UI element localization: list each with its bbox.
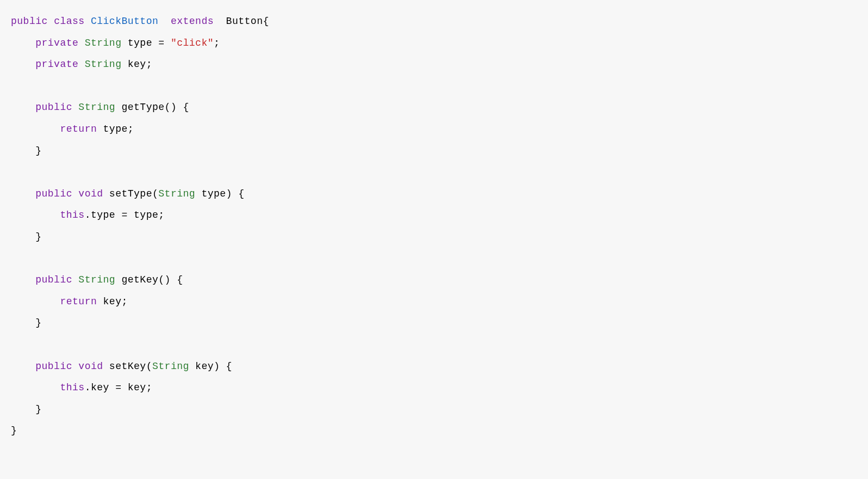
- code-token-keyword: return: [60, 296, 97, 307]
- code-token-keyword: public: [35, 274, 72, 285]
- code-token-keyword: this: [60, 210, 84, 220]
- code-token-type: String: [78, 274, 115, 285]
- code-token-keyword: private: [35, 38, 78, 48]
- code-token-type: String: [85, 59, 122, 70]
- code-token-keyword: private: [35, 59, 78, 70]
- code-token-keyword: return: [60, 124, 97, 134]
- code-token-classname: ClickButton: [91, 16, 158, 27]
- code-token-keyword: public: [35, 361, 72, 372]
- code-token-keyword: public: [35, 102, 72, 113]
- code-token-string: "click": [171, 38, 214, 48]
- code-token-keyword: this: [60, 382, 84, 393]
- code-block: public class ClickButton extends Button{…: [11, 11, 857, 442]
- code-token-type: String: [85, 38, 122, 48]
- code-token-type: String: [158, 188, 195, 199]
- code-token-keyword: public: [35, 188, 72, 199]
- code-token-keyword: void: [78, 361, 103, 372]
- code-token-keyword: extends: [171, 16, 214, 27]
- code-token-type: String: [78, 102, 115, 113]
- code-token-type: String: [152, 361, 189, 372]
- code-token-keyword: void: [78, 188, 103, 199]
- code-token-keyword: public: [11, 16, 48, 27]
- code-token-keyword: class: [54, 16, 85, 27]
